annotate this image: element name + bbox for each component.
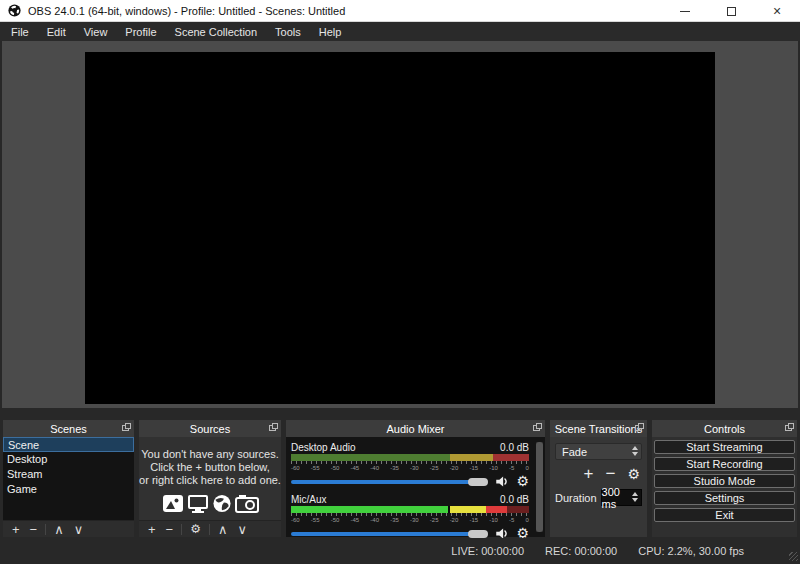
volume-slider[interactable] [291, 477, 488, 486]
controls-button[interactable]: Exit [654, 508, 795, 522]
channel-db-value: 0.0 dB [500, 442, 529, 453]
resize-grip[interactable] [789, 552, 798, 561]
menu-item[interactable]: Edit [38, 22, 75, 41]
sources-toolbar: + − ⚙ ∧ ∨ [139, 520, 281, 537]
tick-label: -40 [370, 464, 379, 472]
audio-mixer-panel: Audio Mixer Desktop Audio 0.0 dB -60-55-… [286, 420, 545, 537]
toolbar-divider [181, 524, 182, 535]
minimize-button[interactable] [662, 0, 708, 22]
controls-button[interactable]: Start Streaming [654, 440, 795, 454]
slider-track [291, 480, 483, 484]
tick-label: -60 [291, 464, 300, 472]
transition-select[interactable]: Fade [555, 443, 642, 460]
menu-item[interactable]: Scene Collection [166, 22, 267, 41]
tick-label: -20 [450, 464, 459, 472]
scenes-panel: Scenes Scene Desktop Stream Game + − ∧ ∨ [3, 420, 134, 537]
volume-slider[interactable] [291, 529, 488, 538]
live-time: LIVE: 00:00:00 [451, 545, 524, 557]
sources-list-empty[interactable]: You don't have any sources. Click the + … [139, 437, 281, 520]
duration-spinner-icon[interactable] [632, 492, 638, 502]
audio-mixer-panel-title: Audio Mixer [386, 423, 444, 435]
scene-item-desktop[interactable]: Desktop [3, 452, 134, 467]
mute-button[interactable] [495, 474, 510, 489]
tick-label: 0 [526, 464, 529, 472]
audio-mixer-body: Desktop Audio 0.0 dB -60-55-50-45-40-35-… [286, 437, 545, 537]
scene-up-button[interactable]: ∧ [49, 523, 69, 536]
statusbar: LIVE: 00:00:00 REC: 00:00:00 CPU: 2.2%, … [0, 538, 800, 564]
controls-button[interactable]: Start Recording [654, 457, 795, 471]
image-source-icon [162, 494, 184, 513]
transition-toolbar: + − ⚙ [555, 467, 642, 481]
mixer-scrollbar-thumb[interactable] [536, 442, 543, 532]
rec-time: REC: 00:00:00 [545, 545, 617, 557]
tick-label: -15 [469, 516, 478, 524]
add-source-button[interactable]: + [143, 523, 161, 536]
tick-label: -20 [450, 516, 459, 524]
menu-item[interactable]: Profile [116, 22, 165, 41]
controls-body: Start StreamingStart RecordingStudio Mod… [652, 437, 797, 537]
scene-transitions-panel-header[interactable]: Scene Transitions [550, 420, 647, 437]
audio-mixer-panel-header[interactable]: Audio Mixer [286, 420, 545, 437]
tick-label: 0 [526, 516, 529, 524]
menu-item[interactable]: Help [310, 22, 351, 41]
remove-scene-button[interactable]: − [25, 523, 43, 536]
source-up-button[interactable]: ∧ [213, 523, 233, 536]
titlebar: OBS 24.0.1 (64-bit, windows) - Profile: … [0, 0, 800, 22]
tick-label: -40 [370, 516, 379, 524]
scene-transitions-panel-title: Scene Transitions [555, 423, 642, 435]
controls-panel-header[interactable]: Controls [652, 420, 797, 437]
scene-item-stream[interactable]: Stream [3, 467, 134, 482]
tick-label: -10 [489, 464, 498, 472]
tick-label: -45 [350, 516, 359, 524]
source-type-icons [162, 494, 259, 513]
controls-button[interactable]: Settings [654, 491, 795, 505]
scene-item-game[interactable]: Game [3, 482, 134, 497]
camera-source-icon [235, 494, 259, 513]
source-properties-button[interactable]: ⚙ [185, 523, 206, 536]
speaker-icon [495, 474, 510, 489]
tick-label: -50 [331, 464, 340, 472]
scene-list: Scene Desktop Stream Game [3, 437, 134, 520]
source-down-button[interactable]: ∨ [232, 523, 252, 536]
remove-transition-button[interactable]: − [606, 467, 616, 481]
tick-label: -55 [311, 516, 320, 524]
tick-label: -15 [469, 464, 478, 472]
close-button[interactable]: × [754, 0, 800, 22]
dropdown-spinner-icon [632, 446, 638, 456]
mixer-scrollbar[interactable] [536, 442, 543, 532]
scene-transitions-panel: Scene Transitions Fade + − ⚙ Duration 30… [550, 420, 647, 537]
menu-item[interactable]: View [75, 22, 117, 41]
channel-name: Desktop Audio [291, 442, 356, 453]
tick-label: -5 [509, 516, 514, 524]
menu-item[interactable]: File [2, 22, 38, 41]
scenes-toolbar: + − ∧ ∨ [3, 520, 134, 537]
channel-db-value: 0.0 dB [500, 494, 529, 505]
channel-settings-button[interactable]: ⚙ [516, 474, 529, 488]
maximize-button[interactable] [708, 0, 754, 22]
add-scene-button[interactable]: + [7, 523, 25, 536]
tick-label: -50 [331, 516, 340, 524]
slider-track [291, 532, 483, 536]
popout-icon [635, 425, 642, 431]
menu-item[interactable]: Tools [266, 22, 310, 41]
duration-spinbox[interactable]: 300 ms [601, 489, 642, 506]
mixer-channel-desktop-audio: Desktop Audio 0.0 dB -60-55-50-45-40-35-… [291, 441, 529, 489]
remove-source-button[interactable]: − [161, 523, 179, 536]
scenes-panel-header[interactable]: Scenes [3, 420, 134, 437]
preview-canvas[interactable] [85, 52, 715, 404]
scene-transitions-body: Fade + − ⚙ Duration 300 ms [550, 437, 647, 537]
add-transition-button[interactable]: + [584, 467, 594, 481]
toolbar-divider [45, 524, 46, 535]
tick-label: -60 [291, 516, 300, 524]
meter-tick-labels: -60-55-50-45-40-35-30-25-20-15-10-50 [291, 464, 529, 472]
controls-button[interactable]: Studio Mode [654, 474, 795, 488]
slider-handle[interactable] [468, 530, 488, 538]
slider-handle[interactable] [468, 478, 488, 486]
preview-area [2, 41, 798, 408]
transition-properties-button[interactable]: ⚙ [627, 467, 640, 481]
scene-down-button[interactable]: ∨ [69, 523, 89, 536]
popout-icon [785, 425, 792, 431]
sources-panel-header[interactable]: Sources [139, 420, 281, 437]
scene-item-scene[interactable]: Scene [3, 437, 134, 452]
sources-panel-title: Sources [190, 423, 230, 435]
